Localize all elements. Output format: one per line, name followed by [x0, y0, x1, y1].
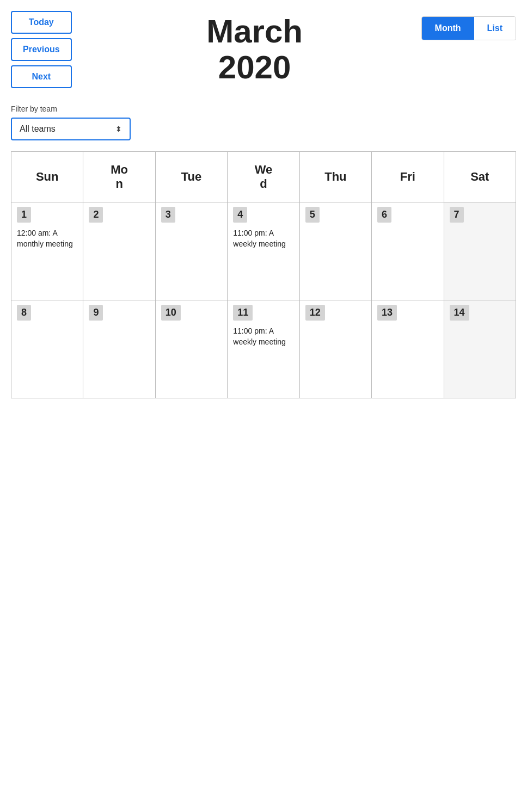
month-label: March	[206, 13, 303, 50]
view-toggle: Month List	[421, 16, 516, 40]
next-button[interactable]: Next	[11, 65, 72, 88]
day-cell[interactable]: 4 11:00 pm: A weekly meeting	[228, 202, 299, 300]
day-number: 9	[89, 305, 103, 321]
day-header-wed: Wed	[228, 152, 299, 202]
day-number: 8	[17, 305, 31, 321]
calendar-body: 1 12:00 am: A monthly meeting 2 3 4 11:0…	[11, 202, 516, 398]
day-cell[interactable]: 3	[155, 202, 227, 300]
day-number: 14	[450, 305, 469, 321]
day-number: 5	[305, 207, 320, 223]
day-cell[interactable]: 12	[299, 300, 371, 398]
day-header-mon: Mon	[83, 152, 155, 202]
days-of-week-row: Sun Mon Tue Wed Thu Fri Sat	[11, 152, 516, 202]
day-number: 2	[89, 207, 103, 223]
team-select[interactable]: All teams ⬍	[11, 118, 131, 140]
day-number: 13	[377, 305, 397, 321]
day-number: 7	[450, 207, 464, 223]
event-text[interactable]: 12:00 am: A monthly meeting	[17, 228, 77, 249]
day-number: 3	[161, 207, 175, 223]
day-cell[interactable]: 13	[372, 300, 444, 398]
nav-buttons-left: Today Previous Next	[11, 11, 72, 88]
select-arrow-icon: ⬍	[115, 125, 122, 133]
month-view-button[interactable]: Month	[422, 17, 474, 40]
event-text[interactable]: 11:00 pm: A weekly meeting	[233, 228, 293, 249]
year-label: 2020	[218, 49, 291, 85]
day-cell[interactable]: 14	[444, 300, 516, 398]
day-cell[interactable]: 7	[444, 202, 516, 300]
day-number: 10	[161, 305, 181, 321]
list-view-button[interactable]: List	[474, 17, 516, 40]
day-number: 4	[233, 207, 247, 223]
day-cell[interactable]: 11 11:00 pm: A weekly meet­ing	[228, 300, 299, 398]
day-cell[interactable]: 2	[83, 202, 155, 300]
day-number: 11	[233, 305, 253, 321]
day-cell[interactable]: 9	[83, 300, 155, 398]
day-number: 1	[17, 207, 31, 223]
day-cell[interactable]: 5	[299, 202, 371, 300]
day-cell[interactable]: 10	[155, 300, 227, 398]
day-cell[interactable]: 6	[372, 202, 444, 300]
event-text[interactable]: 11:00 pm: A weekly meet­ing	[233, 326, 293, 347]
day-header-tue: Tue	[155, 152, 227, 202]
today-button[interactable]: Today	[11, 11, 72, 34]
day-header-thu: Thu	[299, 152, 371, 202]
day-header-fri: Fri	[372, 152, 444, 202]
day-cell[interactable]: 1 12:00 am: A monthly meeting	[11, 202, 83, 300]
month-year-title: March 2020	[94, 14, 416, 85]
day-header-sat: Sat	[444, 152, 516, 202]
table-row: 8 9 10 11 11:00 pm: A weekly meet­ing 12…	[11, 300, 516, 398]
day-cell[interactable]: 8	[11, 300, 83, 398]
page-header: Today Previous Next March 2020 Month Lis…	[11, 11, 516, 88]
day-number: 12	[305, 305, 325, 321]
day-header-sun: Sun	[11, 152, 83, 202]
previous-button[interactable]: Previous	[11, 38, 72, 61]
filter-label: Filter by team	[11, 104, 516, 113]
filter-section: Filter by team All teams ⬍	[11, 104, 516, 140]
calendar-header: Sun Mon Tue Wed Thu Fri Sat	[11, 152, 516, 202]
table-row: 1 12:00 am: A monthly meeting 2 3 4 11:0…	[11, 202, 516, 300]
day-number: 6	[377, 207, 391, 223]
team-select-value: All teams	[20, 124, 56, 134]
calendar-table: Sun Mon Tue Wed Thu Fri Sat 1 12:00 am: …	[11, 151, 516, 398]
